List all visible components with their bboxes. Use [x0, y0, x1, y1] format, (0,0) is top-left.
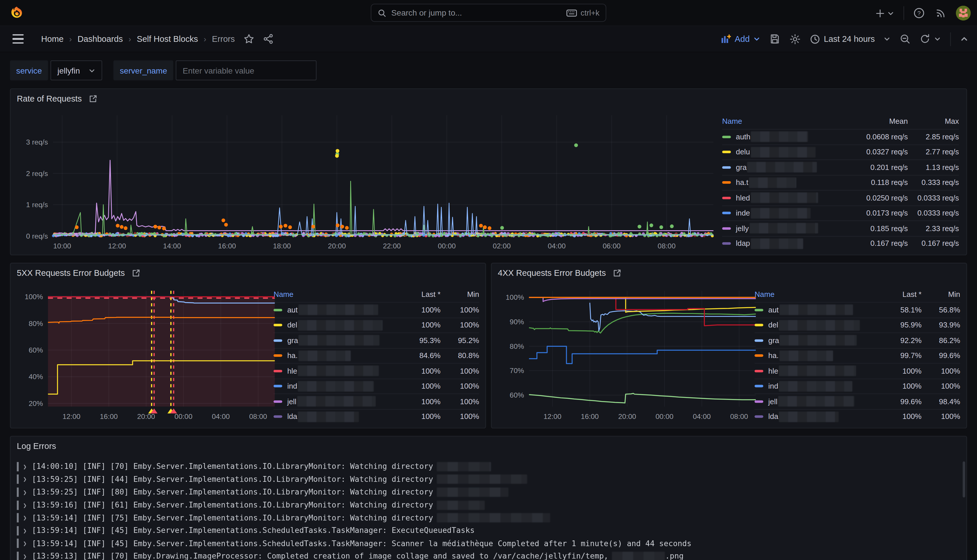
- expand-log-icon[interactable]: ❯: [23, 540, 27, 547]
- expand-log-icon[interactable]: ❯: [23, 527, 27, 534]
- legend-series-name[interactable]: inde: [722, 208, 852, 218]
- expand-log-icon[interactable]: ❯: [23, 489, 27, 496]
- legend-series-name[interactable]: del: [755, 320, 877, 331]
- legend-series-name[interactable]: lda: [274, 412, 396, 422]
- star-icon[interactable]: [244, 34, 254, 45]
- legend-column-header[interactable]: Max: [908, 117, 959, 126]
- legend-series-name[interactable]: del: [274, 320, 396, 331]
- legend-series-name[interactable]: jell: [755, 396, 877, 407]
- 5xx-chart[interactable]: 12:0016:0020:0000:0004:0008:0020%40%60%8…: [13, 282, 280, 428]
- legend-row[interactable]: hle100%100%: [755, 363, 960, 378]
- variable-input-server-name[interactable]: [176, 60, 317, 80]
- legend-row[interactable]: aut58.1%56.8%: [755, 302, 960, 317]
- external-link-icon[interactable]: [132, 268, 140, 277]
- legend-column-header[interactable]: Min: [922, 290, 960, 299]
- legend-row[interactable]: ldap0.167 req/s0.167 req/s: [722, 236, 959, 251]
- external-link-icon[interactable]: [613, 268, 621, 277]
- legend-series-name[interactable]: ha.: [755, 350, 877, 361]
- legend-row[interactable]: ind100%100%: [274, 378, 479, 393]
- external-link-icon[interactable]: [89, 94, 97, 102]
- legend-row[interactable]: lda100%100%: [755, 409, 960, 424]
- new-button[interactable]: [874, 7, 895, 19]
- legend-column-header[interactable]: Last *: [877, 290, 922, 299]
- settings-button[interactable]: [790, 33, 801, 45]
- avatar[interactable]: [956, 5, 971, 20]
- legend-series-name[interactable]: ind: [274, 381, 396, 392]
- save-button[interactable]: [770, 34, 780, 45]
- help-button[interactable]: ?: [912, 7, 926, 20]
- log-row[interactable]: ❯[13:59:25] [INF] [80] Emby.Server.Imple…: [11, 486, 967, 498]
- legend-column-header[interactable]: Name: [755, 290, 877, 299]
- variable-select-service[interactable]: jellyfin: [50, 60, 102, 80]
- legend-series-name[interactable]: ldap: [722, 238, 852, 249]
- legend-series-name[interactable]: gra: [722, 162, 852, 173]
- log-row[interactable]: ❯[14:00:10] [INF] [70] Emby.Server.Imple…: [11, 460, 967, 473]
- legend-series-name[interactable]: auth: [722, 132, 852, 142]
- log-row[interactable]: ❯[13:59:13] [INF] [70] Emby.Drawing.Imag…: [11, 550, 967, 560]
- legend-column-header[interactable]: Name: [274, 290, 396, 299]
- legend-column-header[interactable]: Last *: [396, 290, 440, 299]
- legend-series-name[interactable]: jelly: [722, 223, 852, 234]
- expand-log-icon[interactable]: ❯: [23, 463, 27, 470]
- breadcrumb-item[interactable]: Self Host Blocks: [137, 34, 198, 43]
- legend-row[interactable]: hled0.0250 req/s0.0333 req/s: [722, 190, 959, 205]
- legend-row[interactable]: jell100%100%: [274, 393, 479, 409]
- panel-header[interactable]: Log Errors: [11, 437, 967, 455]
- legend-row[interactable]: inde0.0173 req/s0.0333 req/s: [722, 205, 959, 220]
- log-row[interactable]: ❯[13:59:16] [INF] [61] Emby.Server.Imple…: [11, 498, 967, 511]
- expand-log-icon[interactable]: ❯: [23, 514, 27, 521]
- log-row[interactable]: ❯[13:59:14] [INF] [75] Emby.Server.Imple…: [11, 512, 967, 524]
- logs-scrollbar[interactable]: [962, 461, 965, 497]
- expand-log-icon[interactable]: ❯: [23, 476, 27, 483]
- legend-header[interactable]: NameLast *Min: [274, 287, 479, 302]
- share-icon[interactable]: [263, 34, 274, 45]
- legend-series-name[interactable]: hle: [274, 365, 396, 376]
- legend-row[interactable]: ha.84.6%80.8%: [274, 348, 479, 363]
- search-input[interactable]: Search or jump to... ctrl+k: [371, 4, 606, 22]
- expand-log-icon[interactable]: ❯: [23, 553, 27, 560]
- legend-series-name[interactable]: delu: [722, 147, 852, 158]
- legend-series-name[interactable]: ind: [755, 381, 877, 392]
- grafana-logo-icon[interactable]: [9, 5, 24, 20]
- legend-row[interactable]: del95.9%93.9%: [755, 317, 960, 333]
- legend-row[interactable]: delu0.0327 req/s2.77 req/s: [722, 144, 959, 160]
- legend-series-name[interactable]: ha.t: [722, 177, 852, 188]
- refresh-button[interactable]: [920, 34, 940, 45]
- legend-column-header[interactable]: Min: [441, 290, 479, 299]
- 4xx-chart[interactable]: 12:0016:0020:0000:0004:0008:0060%70%80%9…: [494, 282, 761, 428]
- legend-series-name[interactable]: lda: [755, 412, 877, 422]
- legend-row[interactable]: del100%100%: [274, 317, 479, 333]
- time-range-picker[interactable]: Last 24 hours: [810, 34, 890, 44]
- panel-header[interactable]: 4XX Requests Error Budgets: [492, 263, 967, 282]
- log-row[interactable]: ❯[13:59:14] [INF] [45] Emby.Server.Imple…: [11, 537, 967, 550]
- legend-row[interactable]: hle100%100%: [274, 363, 479, 378]
- legend-row[interactable]: gra92.2%86.2%: [755, 332, 960, 348]
- breadcrumb-item[interactable]: Dashboards: [77, 34, 123, 43]
- legend-row[interactable]: lda100%100%: [274, 409, 479, 424]
- legend-series-name[interactable]: hle: [755, 365, 877, 376]
- legend-series-name[interactable]: jell: [274, 396, 396, 407]
- legend-row[interactable]: jelly0.185 req/s2.33 req/s: [722, 220, 959, 236]
- panel-header[interactable]: Rate of Requests: [11, 89, 967, 108]
- legend-column-header[interactable]: Mean: [852, 117, 908, 126]
- panel-header[interactable]: 5XX Requests Error Budgets: [11, 263, 486, 282]
- legend-row[interactable]: gra0.201 req/s1.13 req/s: [722, 159, 959, 175]
- legend-series-name[interactable]: gra: [274, 335, 396, 346]
- legend-series-name[interactable]: ha.: [274, 350, 396, 361]
- expand-log-icon[interactable]: ❯: [23, 502, 27, 508]
- legend-row[interactable]: gra95.3%95.2%: [274, 332, 479, 348]
- legend-series-name[interactable]: aut: [274, 305, 396, 315]
- log-row[interactable]: ❯[13:59:25] [INF] [44] Emby.Server.Imple…: [11, 473, 967, 485]
- legend-row[interactable]: auth0.0608 req/s2.85 req/s: [722, 129, 959, 144]
- legend-row[interactable]: aut100%100%: [274, 302, 479, 317]
- legend-row[interactable]: ind100%100%: [755, 378, 960, 393]
- legend-series-name[interactable]: aut: [755, 305, 877, 315]
- menu-toggle-button[interactable]: [9, 33, 27, 44]
- log-row[interactable]: ❯[13:59:14] [INF] [45] Emby.Server.Imple…: [11, 524, 967, 537]
- collapse-toolbar-button[interactable]: [960, 35, 968, 43]
- rate-chart[interactable]: 10:0012:0014:0016:0018:0020:0022:0000:00…: [13, 108, 723, 255]
- zoom-out-button[interactable]: [900, 34, 910, 45]
- add-button[interactable]: Add: [721, 34, 760, 43]
- legend-row[interactable]: ha.99.7%99.6%: [755, 348, 960, 363]
- legend-header[interactable]: NameMeanMax: [722, 114, 959, 129]
